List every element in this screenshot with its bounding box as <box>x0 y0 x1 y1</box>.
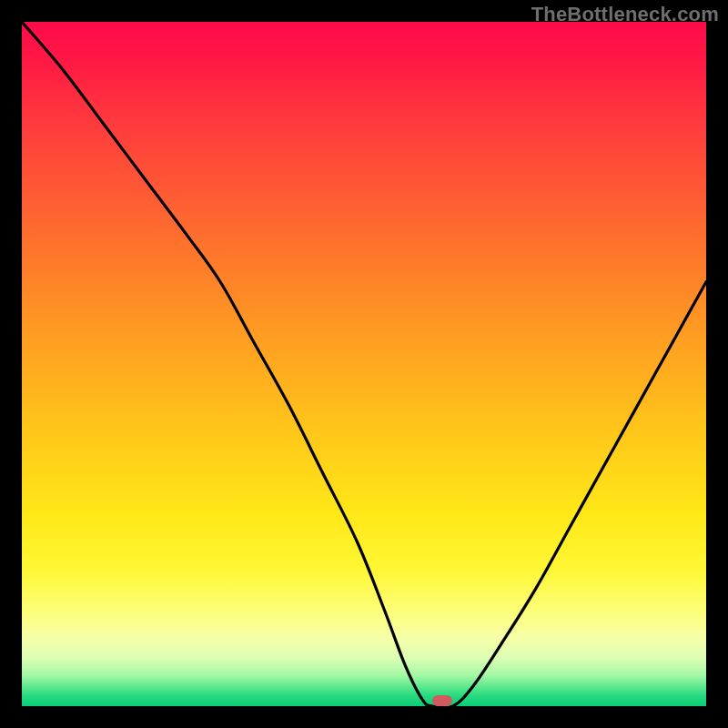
watermark-label: TheBottleneck.com <box>531 3 719 26</box>
bottleneck-minimum-marker <box>432 695 452 706</box>
chart-frame: TheBottleneck.com <box>0 0 728 728</box>
bottleneck-curve <box>22 22 706 706</box>
plot-area <box>22 22 706 706</box>
